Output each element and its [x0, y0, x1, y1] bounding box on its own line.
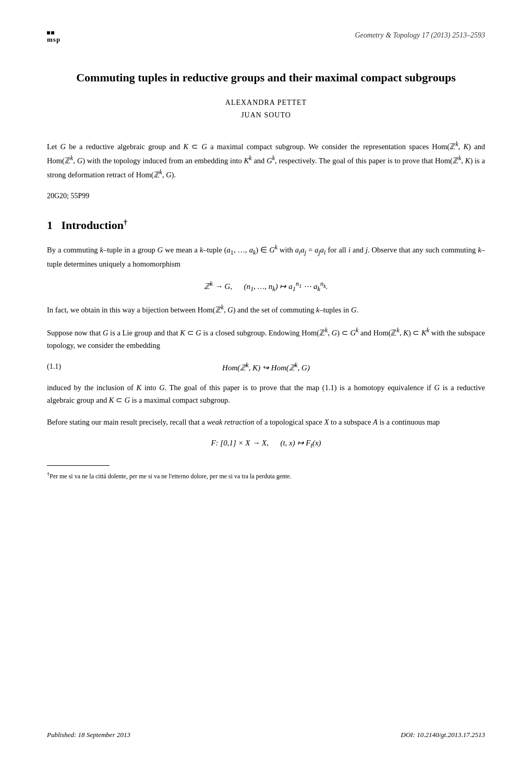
intro-para-1: By a commuting k–tuple in a group G we m…	[47, 243, 485, 271]
author-alexandra: Alexandra Pettet	[47, 96, 485, 109]
title-section: Commuting tuples in reductive groups and…	[47, 70, 485, 121]
page: msp Geometry & Topology 17 (2013) 2513–2…	[0, 0, 532, 760]
dagger-sup: †	[124, 219, 127, 226]
paper-title: Commuting tuples in reductive groups and…	[47, 70, 485, 86]
journal-volume-year: 17	[422, 31, 429, 39]
published-date: Published: 18 September 2013	[47, 731, 130, 739]
intro-para-3: Suppose now that G is a Lie group and th…	[47, 325, 485, 352]
msp-label: msp	[47, 35, 61, 44]
header: msp Geometry & Topology 17 (2013) 2513–2…	[47, 31, 485, 44]
journal-pages: 2513–2593	[452, 31, 485, 39]
intro-para-2: In fact, we obtain in this way a bijecti…	[47, 303, 485, 317]
intro-para-4: induced by the inclusion of K into G. Th…	[47, 382, 485, 407]
math-F-map: F: [0,1] × X → X, (t, x) ↦ Ft(x)	[211, 439, 321, 447]
equation-number-1-1: (1.1)	[47, 363, 61, 371]
math-display-2: F: [0,1] × X → X, (t, x) ↦ Ft(x)	[47, 438, 485, 450]
msp-squares-icon	[47, 31, 54, 34]
abstract: Let G be a reductive algebraic group and…	[47, 139, 485, 181]
msp-logo: msp	[47, 31, 61, 44]
journal-name: Geometry & Topology	[355, 31, 420, 39]
msc-codes: 20G20; 55P99	[47, 192, 485, 200]
equation-content-1-1: Hom(ℤk, K) ↪ Hom(ℤk, G)	[222, 361, 310, 372]
journal-info: Geometry & Topology 17 (2013) 2513–2593	[355, 31, 485, 40]
section-1-title: 1 Introduction†	[47, 219, 485, 232]
page-footer: Published: 18 September 2013 DOI: 10.214…	[47, 731, 485, 739]
equation-1-1-row: (1.1) Hom(ℤk, K) ↪ Hom(ℤk, G)	[47, 361, 485, 372]
math-display-1: ℤk → G, (n1, …, nk) ↦ a1n1 ⋯ aknk.	[47, 280, 485, 293]
footnote-divider	[47, 465, 110, 466]
msp-sq-1	[47, 31, 50, 34]
intro-para-5: Before stating our main result precisely…	[47, 416, 485, 429]
journal-year: 2013	[433, 31, 448, 39]
footnote-text: †Per me si va ne la cittá dolente, per m…	[47, 470, 485, 481]
doi: DOI: 10.2140/gt.2013.17.2513	[401, 731, 485, 739]
footnote-content: Per me si va ne la cittá dolente, per me…	[50, 473, 292, 480]
msp-sq-2	[51, 31, 54, 34]
author-juan: Juan Souto	[47, 109, 485, 122]
math-zk-map: ℤk → G, (n1, …, nk) ↦ a1n1 ⋯ aknk.	[204, 282, 328, 291]
abstract-text: Let G be a reductive algebraic group and…	[47, 139, 485, 181]
